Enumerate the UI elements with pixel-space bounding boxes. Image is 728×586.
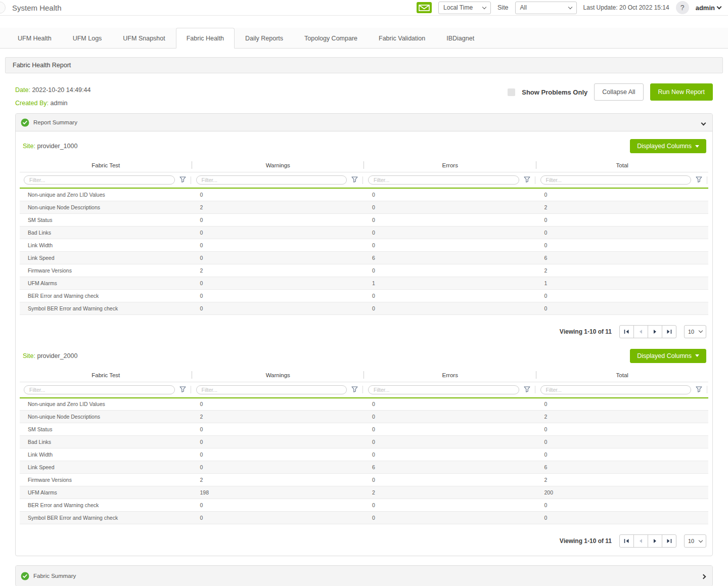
divider (191, 176, 191, 184)
column-header-warnings[interactable]: Warnings (192, 369, 365, 382)
table-row: BER Error and Warning check000 (20, 499, 708, 512)
first-page-button[interactable] (619, 325, 634, 338)
tab-fabric-validation[interactable]: Fabric Validation (368, 28, 436, 49)
page-size-select[interactable]: 10 (684, 534, 706, 548)
divider (362, 386, 363, 393)
funnel-icon[interactable] (351, 175, 358, 185)
cell-warnings: 0 (192, 461, 365, 474)
timezone-select[interactable]: Local Time (438, 2, 491, 14)
expand-section-icon[interactable] (702, 571, 705, 580)
cell-errors: 0 (364, 474, 536, 486)
date-label: Date: (15, 86, 30, 94)
cell-test: Link Speed (20, 461, 192, 474)
column-header-errors[interactable]: Errors (364, 159, 536, 172)
filter-input-fabric-test[interactable] (24, 385, 175, 394)
cell-warnings: 0 (192, 277, 365, 289)
filter-input-fabric-test[interactable] (24, 175, 175, 185)
last-update-text: Last Update: 20 Oct 2022 15:14 (583, 4, 669, 11)
filter-input-total[interactable] (540, 175, 692, 185)
column-header-warnings[interactable]: Warnings (192, 159, 365, 172)
tab-topology-compare[interactable]: Topology Compare (294, 28, 368, 49)
cell-errors: 0 (364, 201, 536, 213)
site-name: provider_2000 (37, 352, 78, 359)
last-page-button[interactable] (662, 534, 676, 548)
column-header-fabric-test[interactable]: Fabric Test (20, 159, 192, 172)
site-select[interactable]: All (515, 2, 577, 14)
table-row: Link Width000 (20, 239, 708, 251)
site-name-line: Site: provider_2000 (23, 352, 77, 359)
prev-page-button[interactable] (633, 534, 648, 548)
cell-errors: 0 (364, 423, 536, 436)
cell-warnings: 2 (192, 474, 365, 486)
site-name-line: Site: provider_1000 (23, 143, 77, 150)
cell-test: Symbol BER Error and Warning check (20, 512, 192, 524)
cell-total: 6 (536, 251, 709, 264)
viewing-text: Viewing 1-10 of 11 (560, 537, 612, 545)
displayed-columns-button[interactable]: Displayed Columns (630, 139, 706, 153)
funnel-icon[interactable] (351, 385, 358, 394)
filter-cell (196, 385, 365, 394)
filter-input-errors[interactable] (368, 385, 519, 394)
cell-errors: 0 (364, 411, 536, 423)
page-size-select[interactable]: 10 (684, 325, 706, 338)
tab-ufm-health[interactable]: UFM Health (7, 28, 62, 49)
column-header-total[interactable]: Total (536, 369, 709, 382)
column-header-fabric-test[interactable]: Fabric Test (20, 369, 192, 382)
mail-icon[interactable] (417, 2, 432, 13)
tab-ibdiagnet[interactable]: IBDiagnet (436, 28, 485, 49)
column-header-errors[interactable]: Errors (364, 369, 536, 382)
filter-input-warnings[interactable] (196, 385, 347, 394)
cell-total: 2 (536, 411, 709, 423)
displayed-columns-button[interactable]: Displayed Columns (630, 349, 706, 363)
filter-input-total[interactable] (540, 385, 692, 394)
fabric-summary-header[interactable]: Fabric Summary (16, 566, 712, 586)
last-page-button[interactable] (662, 325, 676, 338)
cell-warnings: 0 (192, 213, 365, 226)
tab-ufm-logs[interactable]: UFM Logs (62, 28, 113, 49)
show-problems-only-label: Show Problems Only (522, 88, 587, 96)
next-page-button[interactable] (648, 325, 662, 338)
collapse-section-icon[interactable] (702, 118, 705, 127)
cell-warnings: 0 (192, 239, 365, 251)
report-summary-header[interactable]: Report Summary (16, 114, 712, 131)
tab-daily-reports[interactable]: Daily Reports (235, 28, 294, 49)
cell-errors: 6 (364, 251, 536, 264)
run-new-report-button[interactable]: Run New Report (650, 83, 713, 101)
site-label: Site: (23, 143, 35, 150)
sidebar-toggle-circle[interactable] (0, 2, 6, 14)
cell-total: 0 (536, 239, 709, 251)
report-meta: Date: 2022-10-20 14:49:44 Created By: ad… (15, 83, 713, 110)
pagination: Viewing 1-10 of 11 10 (20, 315, 708, 341)
filter-input-errors[interactable] (368, 175, 519, 185)
tab-ufm-snapshot[interactable]: UFM Snapshot (112, 28, 175, 49)
funnel-icon[interactable] (179, 175, 186, 185)
cell-errors: 0 (364, 264, 536, 277)
site-select-value: All (520, 4, 527, 11)
site-row: Site: provider_1000 Displayed Columns (20, 131, 708, 159)
fabric-test-table: Fabric Test Warnings Errors Total Non-un… (20, 369, 708, 525)
show-problems-only-checkbox[interactable] (508, 88, 515, 96)
table-row: Symbol BER Error and Warning check000 (20, 302, 708, 314)
column-header-total[interactable]: Total (536, 159, 709, 172)
user-menu[interactable]: admin (696, 4, 721, 12)
funnel-icon[interactable] (179, 385, 186, 394)
help-button[interactable]: ? (676, 1, 689, 14)
first-page-button[interactable] (619, 534, 634, 548)
fabric-summary-title: Fabric Summary (33, 573, 76, 579)
report-controls: Show Problems Only Collapse All Run New … (508, 83, 713, 101)
next-page-button[interactable] (648, 534, 662, 548)
funnel-icon[interactable] (696, 385, 702, 394)
filter-input-warnings[interactable] (196, 175, 347, 185)
prev-page-button[interactable] (633, 325, 648, 338)
funnel-icon[interactable] (524, 385, 530, 394)
cell-warnings: 2 (192, 264, 365, 277)
tab-bar: UFM Health UFM Logs UFM Snapshot Fabric … (0, 28, 728, 49)
cell-test: SM Status (20, 213, 192, 226)
funnel-icon[interactable] (696, 175, 702, 185)
tab-fabric-health[interactable]: Fabric Health (176, 28, 235, 49)
table-head: Fabric Test Warnings Errors Total (20, 159, 708, 188)
funnel-icon[interactable] (524, 175, 530, 185)
caret-down-icon (695, 354, 699, 357)
divider (707, 386, 707, 393)
collapse-all-button[interactable]: Collapse All (594, 83, 643, 101)
